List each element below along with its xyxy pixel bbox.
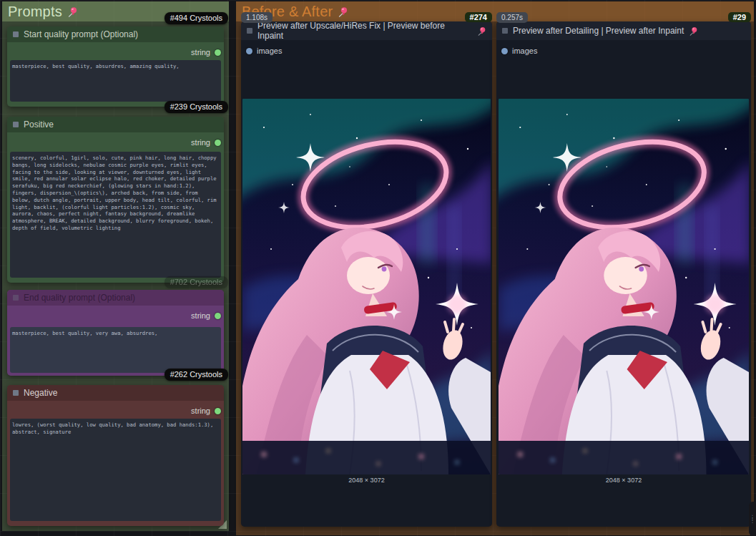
preview-image[interactable] bbox=[499, 99, 749, 474]
collapse-square-icon[interactable] bbox=[13, 31, 19, 37]
node-positive-prompt[interactable]: Positive string scenery, colorful, 1girl… bbox=[7, 117, 224, 283]
pushpin-icon bbox=[67, 6, 78, 17]
node-id-badge: #702 Crystools bbox=[165, 276, 228, 288]
node-start-quality-prompt[interactable]: Start quality prompt (Optional) string m… bbox=[7, 26, 224, 107]
node-title: Positive bbox=[24, 120, 54, 130]
collapse-square-icon[interactable] bbox=[502, 28, 508, 34]
output-slot-label: string bbox=[191, 406, 210, 415]
output-slot-icon[interactable] bbox=[215, 408, 221, 414]
node-titlebar[interactable]: Start quality prompt (Optional) bbox=[7, 26, 224, 42]
image-resolution-caption: 2048 × 3072 bbox=[496, 477, 751, 484]
preview-image-art bbox=[242, 99, 491, 474]
input-slot-label: images bbox=[512, 47, 537, 55]
node-id-badge: #262 Crystools bbox=[165, 369, 228, 381]
node-id-badge: #239 Crystools bbox=[165, 101, 228, 113]
group-id-badge: #494 Crystools bbox=[165, 12, 228, 24]
prompt-textarea[interactable]: lowres, (worst quality, low quality, bad… bbox=[10, 419, 221, 521]
output-slot-icon[interactable] bbox=[215, 313, 221, 319]
collapse-square-icon[interactable] bbox=[247, 28, 252, 34]
input-slot-label: images bbox=[257, 47, 282, 55]
output-slot-label: string bbox=[191, 311, 210, 320]
node-title: Preview after Detailing | Preview after … bbox=[513, 26, 684, 36]
pushpin-icon bbox=[338, 6, 348, 17]
pushpin-icon bbox=[477, 26, 486, 36]
node-titlebar[interactable]: Positive bbox=[7, 117, 224, 132]
pushpin-icon bbox=[689, 26, 698, 36]
node-titlebar[interactable]: Preview after Upscale/HiRes Fix | Previe… bbox=[241, 21, 492, 40]
output-slot-icon[interactable] bbox=[215, 49, 221, 56]
collapse-square-icon[interactable] bbox=[13, 295, 19, 301]
collapse-square-icon[interactable] bbox=[13, 122, 19, 127]
node-titlebar[interactable]: Preview after Detailing | Preview after … bbox=[496, 21, 751, 40]
execution-time-badge: 0.257s bbox=[496, 12, 528, 23]
output-slot-label: string bbox=[191, 48, 210, 57]
input-slot-icon[interactable] bbox=[501, 48, 508, 54]
preview-image[interactable] bbox=[242, 99, 491, 474]
output-slot-icon[interactable] bbox=[215, 140, 221, 146]
prompt-textarea[interactable]: scenery, colorful, 1girl, solo, cute, pi… bbox=[10, 152, 221, 278]
node-titlebar[interactable]: End quality prompt (Optional) bbox=[7, 290, 224, 306]
group-title: Prompts bbox=[8, 4, 62, 20]
node-id-badge: #274 bbox=[465, 12, 492, 22]
output-slot-label: string bbox=[191, 138, 210, 147]
execution-time-badge: 1.108s bbox=[241, 12, 273, 23]
input-slot-icon[interactable] bbox=[246, 48, 252, 54]
group-prompts: Prompts #494 Crystools Start quality pro… bbox=[2, 1, 229, 531]
node-title: Preview after Upscale/HiRes Fix | Previe… bbox=[257, 21, 472, 41]
node-preview-before-inpaint[interactable]: 1.108s #274 Preview after Upscale/HiRes … bbox=[241, 21, 492, 527]
node-graph-canvas[interactable]: Prompts #494 Crystools Start quality pro… bbox=[0, 0, 756, 536]
side-panel-handle[interactable]: ⋮⋮ bbox=[749, 502, 756, 536]
node-id-badge: #29 bbox=[728, 12, 751, 22]
node-negative-prompt[interactable]: Negative string lowres, (worst quality, … bbox=[7, 385, 224, 526]
image-resolution-caption: 2048 × 3072 bbox=[241, 477, 492, 484]
node-title: End quality prompt (Optional) bbox=[24, 293, 135, 303]
node-end-quality-prompt-bypassed[interactable]: End quality prompt (Optional) string mas… bbox=[7, 290, 224, 376]
node-title: Start quality prompt (Optional) bbox=[24, 29, 138, 39]
collapse-square-icon[interactable] bbox=[13, 390, 19, 396]
node-preview-after-inpaint[interactable]: 0.257s #29 Preview after Detailing | Pre… bbox=[496, 21, 751, 527]
preview-image-art bbox=[499, 99, 749, 474]
prompt-textarea[interactable]: masterpiece, best quality, absurdres, am… bbox=[10, 60, 221, 102]
node-titlebar[interactable]: Negative bbox=[7, 385, 224, 401]
group-before-after: Before & After 1.108s #274 Preview after… bbox=[236, 1, 754, 535]
node-title: Negative bbox=[24, 388, 57, 398]
prompt-textarea[interactable]: masterpiece, best quality, very awa, abs… bbox=[10, 327, 221, 373]
group-before-after-titlebar[interactable]: Before & After bbox=[236, 1, 754, 21]
